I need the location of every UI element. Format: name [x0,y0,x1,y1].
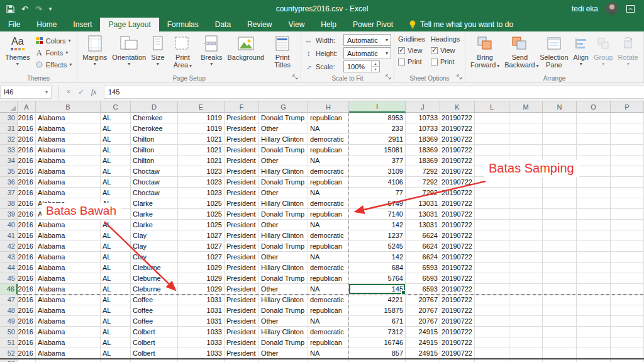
cell[interactable]: 2016 [18,305,36,316]
cell[interactable] [509,284,543,295]
cell[interactable]: Other [259,188,308,198]
cell[interactable]: Chilton [131,134,178,145]
column-header-E[interactable]: E [178,101,225,113]
cell[interactable] [509,220,543,230]
cell[interactable] [475,273,509,284]
cell[interactable]: President [225,305,259,316]
select-all-corner[interactable] [0,101,18,113]
cell[interactable]: 1033 [178,327,225,337]
cell[interactable] [475,198,509,209]
cell[interactable]: 5245 [349,241,406,252]
row-header-36[interactable]: 36 [0,177,18,188]
cell[interactable] [577,316,611,327]
cell[interactable] [509,273,543,284]
cell[interactable] [475,134,509,145]
cell[interactable] [509,209,543,220]
cell[interactable]: President [225,134,259,145]
cell[interactable]: 18369 [406,134,440,145]
cell[interactable] [509,177,543,188]
cell[interactable]: 20190722 [440,113,475,123]
spinner-buttons[interactable]: ▴▾ [371,61,379,72]
cell[interactable]: Alabama [36,327,101,337]
cell[interactable]: President [225,337,259,348]
theme-colors-button[interactable]: Colors▾ [33,35,74,47]
cell[interactable]: President [225,220,259,230]
cell[interactable]: President [225,241,259,252]
cell[interactable] [611,316,644,327]
cell[interactable]: 1025 [178,220,225,230]
cell[interactable]: 2016 [18,230,36,241]
cell[interactable] [475,316,509,327]
cell[interactable] [577,305,611,316]
cell[interactable]: 2016 [18,252,36,263]
tab-formulas[interactable]: Formulas [159,18,207,31]
background-button[interactable]: Background [225,33,267,61]
cell[interactable]: 7140 [349,209,406,220]
cell[interactable]: 6593 [406,263,440,273]
cell[interactable]: 2016 [18,188,36,198]
cell[interactable]: 4106 [349,177,406,188]
cell[interactable]: AL [101,145,131,156]
cell[interactable] [577,337,611,348]
cell[interactable]: democratic [308,134,349,145]
cell[interactable]: 2016 [18,295,36,305]
cell[interactable]: 1237 [349,230,406,241]
cell[interactable]: Cherokee [131,123,178,134]
cell[interactable]: 24915 [406,327,440,337]
row-header-47[interactable]: 47 [0,295,18,305]
cell[interactable]: Alabama [36,284,101,295]
row-header-30[interactable]: 30 [0,113,18,123]
cell[interactable] [543,305,577,316]
cell[interactable] [577,230,611,241]
cell[interactable] [543,263,577,273]
selection-pane-button[interactable]: Selection Pane [537,33,570,69]
row-header-46[interactable]: 46 [0,284,18,295]
cell[interactable]: Donald Trump [259,273,308,284]
cell[interactable]: 20190722 [440,263,475,273]
cell[interactable]: Alabama [36,188,101,198]
cell[interactable] [543,337,577,348]
cell[interactable]: 20190722 [440,145,475,156]
cell[interactable] [543,241,577,252]
cell[interactable]: 20190722 [440,188,475,198]
cell[interactable]: 2016 [18,241,36,252]
tab-review[interactable]: Review [239,18,280,31]
cell[interactable]: 1033 [178,348,225,359]
cell[interactable]: AL [101,316,131,327]
theme-fonts-button[interactable]: A Fonts▾ [33,47,74,59]
cell[interactable]: 1019 [178,113,225,123]
cell[interactable]: democratic [308,230,349,241]
column-header-B[interactable]: B [36,101,101,113]
cell[interactable] [577,156,611,166]
cell[interactable]: AL [101,284,131,295]
cell[interactable]: Choctaw [131,177,178,188]
cell[interactable]: President [225,295,259,305]
cell[interactable]: 1031 [178,295,225,305]
cell[interactable] [611,220,644,230]
cell[interactable]: President [225,230,259,241]
cell[interactable] [509,145,543,156]
cell[interactable] [577,348,611,359]
cell[interactable]: democratic [308,327,349,337]
cell[interactable]: 5749 [349,198,406,209]
cell[interactable]: Hillary Clinton [259,134,308,145]
cell[interactable] [577,209,611,220]
cell[interactable] [509,316,543,327]
cell[interactable]: AL [101,252,131,263]
row-header-49[interactable]: 49 [0,316,18,327]
cell[interactable] [543,177,577,188]
cell[interactable]: President [225,209,259,220]
cell[interactable]: 77 [349,188,406,198]
cell[interactable]: 20190722 [440,166,475,177]
column-header-A[interactable]: A [18,101,36,113]
cell[interactable]: 1033 [178,337,225,348]
cell[interactable]: 20190722 [440,220,475,230]
row-header-38[interactable]: 38 [0,198,18,209]
cell[interactable]: 684 [349,263,406,273]
row-header-44[interactable]: 44 [0,263,18,273]
height-dropdown[interactable]: Automatic▾ [343,47,391,59]
print-area-button[interactable]: Print Area▾ [167,33,199,69]
cell[interactable] [543,316,577,327]
cell[interactable]: NA [308,123,349,134]
cell[interactable] [475,230,509,241]
